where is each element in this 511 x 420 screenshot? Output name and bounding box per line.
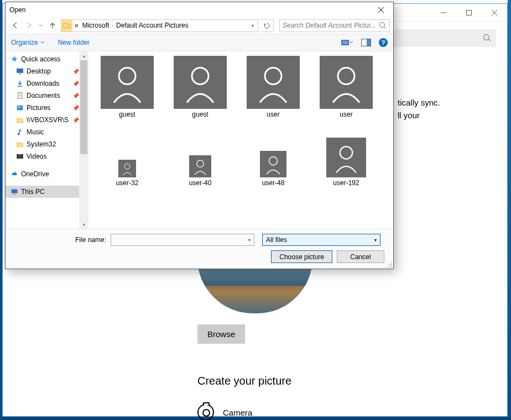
breadcrumb-current[interactable]: Default Account Pictures [114,20,190,32]
svg-point-33 [124,164,130,169]
nav-recent-dropdown[interactable] [38,19,44,32]
file-item[interactable]: user-192 [316,125,376,187]
maximize-button[interactable] [456,4,482,21]
tree-onedrive[interactable]: OneDrive [6,168,79,180]
navigation-tree: Quick access Desktop 📌 Downloads 📌 Docum… [6,51,88,229]
nav-up-button[interactable] [46,19,59,32]
address-bar[interactable]: « Microsoft › Default Account Pictures ▾ [61,19,258,32]
file-item[interactable]: user-40 [170,125,230,187]
file-thumbnail [260,151,286,177]
breadcrumb-microsoft[interactable]: Microsoft [81,20,111,32]
file-thumbnail [174,56,227,109]
svg-rect-26 [22,154,23,159]
filename-input[interactable]: ▾ [111,234,254,246]
file-open-dialog: Open « Microsoft › Default Account Pictu… [5,2,394,269]
svg-rect-11 [342,41,348,44]
refresh-button[interactable] [260,19,274,32]
tree-this-pc[interactable]: This PC [6,186,79,198]
create-picture-heading: Create your picture [197,375,496,387]
file-label: user-40 [189,179,212,187]
cancel-button[interactable]: Cancel [337,250,384,263]
onedrive-icon [10,170,19,179]
file-item[interactable]: user-32 [97,125,157,187]
folder-icon [15,140,24,149]
search-icon [379,22,387,29]
view-mode-button[interactable] [339,36,356,49]
file-label: user-192 [333,179,359,187]
svg-point-23 [18,133,20,135]
file-item[interactable]: user [243,56,303,118]
preview-pane-button[interactable] [358,36,374,49]
downloads-icon [15,79,24,88]
choose-picture-button[interactable]: Choose picture [271,250,332,263]
tree-pictures[interactable]: Pictures 📌 [6,102,79,114]
browse-button[interactable]: Browse [197,324,245,344]
file-thumbnail [189,155,211,177]
chevron-down-icon: ▾ [374,238,377,243]
file-item[interactable]: user-48 [243,125,303,187]
tree-quick-access[interactable]: Quick access [6,53,79,65]
dialog-footer: File name: ▾ All files ▾ Choose picture … [6,229,393,269]
file-item[interactable]: user [316,56,376,118]
tree-vbox-share[interactable]: \\VBOXSVR\S 📌 [6,114,79,126]
svg-rect-28 [13,194,16,195]
chevron-down-icon [40,40,45,45]
file-list-pane[interactable]: guest guest user user user-32 user-40 us… [88,51,393,229]
tree-scrollbar[interactable]: ▴ ▾ [79,51,88,229]
file-item[interactable]: guest [170,56,230,118]
nav-forward-button[interactable] [23,19,35,32]
breadcrumb-overflow[interactable]: « [72,20,81,32]
tree-documents[interactable]: Documents 📌 [6,90,79,102]
filename-label: File name: [12,236,106,244]
this-pc-icon [10,187,19,196]
search-input[interactable]: Search Default Account Pictur... [279,19,390,32]
desktop-edge [508,0,511,420]
settings-search-input[interactable] [393,29,496,47]
svg-point-32 [338,67,354,84]
dialog-titlebar[interactable]: Open [6,2,393,17]
tree-videos[interactable]: Videos [6,150,79,162]
scroll-up-arrow[interactable]: ▴ [79,51,88,60]
svg-point-29 [119,67,135,84]
resize-grip[interactable] [385,261,392,267]
scroll-thumb[interactable] [80,60,87,154]
chevron-right-icon: › [111,23,114,28]
tree-music[interactable]: Music [6,126,79,138]
file-filter-select[interactable]: All files ▾ [262,234,380,246]
dialog-title: Open [9,6,369,14]
folder-icon [15,116,24,124]
folder-icon [61,19,72,32]
camera-option[interactable]: Camera [197,404,496,420]
svg-rect-21 [17,106,23,111]
file-label: user-48 [262,179,285,187]
close-button[interactable] [482,4,507,21]
scroll-down-arrow[interactable]: ▾ [79,220,88,229]
new-folder-button[interactable]: New folder [58,39,90,46]
file-thumbnail [118,160,136,177]
pictures-icon [15,103,24,112]
tree-downloads[interactable]: Downloads 📌 [6,77,79,90]
minimize-button[interactable] [431,4,456,21]
pin-icon: 📌 [72,81,79,87]
file-thumbnail [320,56,373,109]
pin-icon: 📌 [72,93,79,99]
tree-system32[interactable]: System32 [6,138,79,150]
dialog-close-button[interactable] [369,2,393,17]
search-placeholder: Search Default Account Pictur... [283,22,377,29]
chevron-down-icon[interactable]: ▾ [248,238,251,243]
camera-label: Camera [223,408,252,417]
file-item[interactable]: guest [97,56,157,118]
organize-menu[interactable]: Organize [11,39,45,46]
help-icon[interactable]: ? [379,38,388,47]
videos-icon [15,152,24,161]
pin-icon: 📌 [72,69,79,75]
svg-point-31 [265,67,281,84]
address-dropdown[interactable]: ▾ [248,23,258,28]
nav-back-button[interactable] [9,19,21,32]
camera-icon [197,404,214,420]
svg-line-9 [384,27,387,29]
desktop-icon [15,67,24,76]
svg-rect-14 [17,69,23,73]
search-icon [483,34,492,43]
tree-desktop[interactable]: Desktop 📌 [6,65,79,77]
